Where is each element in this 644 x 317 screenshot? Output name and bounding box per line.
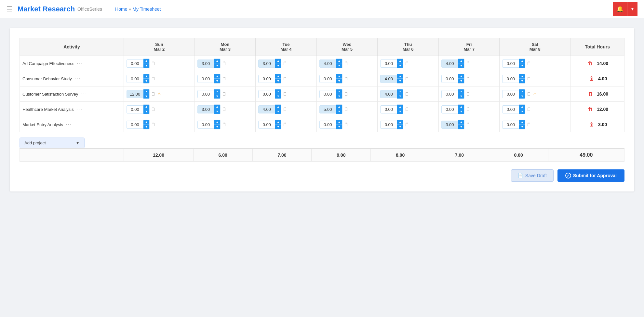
spinner-down-button[interactable]: ▼: [275, 109, 281, 114]
spinner-down-button[interactable]: ▼: [458, 94, 464, 99]
spinner-up-button[interactable]: ▲: [519, 59, 525, 63]
spinner-up-button[interactable]: ▲: [143, 105, 149, 109]
time-input[interactable]: [502, 90, 519, 98]
delete-row-button[interactable]: 🗑: [588, 76, 596, 82]
spinner-up-button[interactable]: ▲: [458, 105, 464, 109]
time-input[interactable]: [197, 105, 214, 113]
note-button[interactable]: 🗒: [344, 76, 348, 81]
note-button[interactable]: 🗒: [466, 91, 470, 97]
spinner-down-button[interactable]: ▼: [519, 125, 525, 129]
spinner-up-button[interactable]: ▲: [336, 89, 342, 94]
spinner-down-button[interactable]: ▼: [214, 109, 220, 114]
note-button[interactable]: 🗒: [151, 61, 155, 66]
notification-button[interactable]: 🔔: [613, 2, 627, 16]
add-project-button[interactable]: Add project ▼: [20, 138, 85, 148]
time-input[interactable]: [441, 105, 458, 113]
spinner-down-button[interactable]: ▼: [214, 94, 220, 99]
spinner-up-button[interactable]: ▲: [143, 74, 149, 79]
note-button[interactable]: 🗒: [527, 76, 531, 81]
note-button[interactable]: 🗒: [222, 107, 226, 112]
spinner-down-button[interactable]: ▼: [143, 94, 149, 99]
spinner-down-button[interactable]: ▼: [143, 63, 149, 68]
spinner-down-button[interactable]: ▼: [397, 125, 403, 129]
spinner-up-button[interactable]: ▲: [275, 89, 281, 94]
time-input[interactable]: [319, 105, 336, 113]
spinner-up-button[interactable]: ▲: [519, 120, 525, 125]
spinner-down-button[interactable]: ▼: [214, 125, 220, 129]
note-button[interactable]: 🗒: [466, 61, 470, 66]
time-input[interactable]: [441, 75, 458, 83]
note-button[interactable]: 🗒: [222, 61, 226, 66]
spinner-up-button[interactable]: ▲: [214, 105, 220, 109]
menu-icon[interactable]: ☰: [7, 5, 12, 13]
spinner-down-button[interactable]: ▼: [214, 63, 220, 68]
spinner-up-button[interactable]: ▲: [275, 120, 281, 125]
spinner-up-button[interactable]: ▲: [336, 74, 342, 79]
spinner-up-button[interactable]: ▲: [458, 59, 464, 63]
spinner-up-button[interactable]: ▲: [336, 105, 342, 109]
spinner-up-button[interactable]: ▲: [143, 89, 149, 94]
delete-row-button[interactable]: 🗑: [586, 91, 594, 97]
note-button[interactable]: 🗒: [151, 107, 155, 112]
note-button[interactable]: 🗒: [283, 122, 287, 127]
time-input[interactable]: [441, 121, 458, 129]
note-button[interactable]: 🗒: [283, 107, 287, 112]
time-input[interactable]: [197, 75, 214, 83]
spinner-down-button[interactable]: ▼: [143, 125, 149, 129]
spinner-down-button[interactable]: ▼: [336, 79, 342, 83]
spinner-down-button[interactable]: ▼: [519, 79, 525, 83]
note-button[interactable]: 🗒: [527, 122, 531, 127]
time-input[interactable]: [258, 121, 275, 129]
note-button[interactable]: 🗒: [405, 91, 409, 97]
spinner-up-button[interactable]: ▲: [143, 120, 149, 125]
time-input[interactable]: [127, 90, 143, 98]
time-input[interactable]: [441, 90, 458, 98]
time-input[interactable]: [380, 105, 397, 113]
spinner-up-button[interactable]: ▲: [458, 89, 464, 94]
spinner-up-button[interactable]: ▲: [143, 59, 149, 63]
note-button[interactable]: 🗒: [466, 107, 470, 112]
note-button[interactable]: 🗒: [283, 76, 287, 81]
spinner-up-button[interactable]: ▲: [519, 105, 525, 109]
delete-row-button[interactable]: 🗑: [586, 60, 594, 66]
spinner-up-button[interactable]: ▲: [214, 74, 220, 79]
spinner-down-button[interactable]: ▼: [397, 109, 403, 114]
note-button[interactable]: 🗒: [222, 76, 226, 81]
spinner-up-button[interactable]: ▲: [214, 120, 220, 125]
note-button[interactable]: 🗒: [344, 91, 348, 97]
spinner-up-button[interactable]: ▲: [397, 89, 403, 94]
time-input[interactable]: [380, 75, 397, 83]
spinner-down-button[interactable]: ▼: [214, 79, 220, 83]
spinner-up-button[interactable]: ▲: [519, 74, 525, 79]
time-input[interactable]: [258, 59, 275, 68]
time-input[interactable]: [127, 75, 143, 83]
spinner-up-button[interactable]: ▲: [397, 105, 403, 109]
save-draft-button[interactable]: 📄 Save Draft: [511, 169, 554, 182]
time-input[interactable]: [502, 121, 519, 129]
note-button[interactable]: 🗒: [527, 91, 531, 97]
time-input[interactable]: [502, 105, 519, 113]
spinner-up-button[interactable]: ▲: [458, 74, 464, 79]
row-menu-button[interactable]: ···: [77, 60, 83, 66]
note-button[interactable]: 🗒: [405, 107, 409, 112]
spinner-down-button[interactable]: ▼: [275, 79, 281, 83]
note-button[interactable]: 🗒: [466, 76, 470, 81]
spinner-down-button[interactable]: ▼: [336, 63, 342, 68]
spinner-down-button[interactable]: ▼: [275, 125, 281, 129]
note-button[interactable]: 🗒: [151, 122, 155, 127]
spinner-up-button[interactable]: ▲: [519, 89, 525, 94]
note-button[interactable]: 🗒: [222, 91, 226, 97]
row-menu-button[interactable]: ···: [74, 76, 81, 82]
spinner-up-button[interactable]: ▲: [336, 120, 342, 125]
time-input[interactable]: [502, 75, 519, 83]
note-button[interactable]: 🗒: [405, 61, 409, 66]
spinner-up-button[interactable]: ▲: [458, 120, 464, 125]
note-button[interactable]: 🗒: [527, 107, 531, 112]
spinner-down-button[interactable]: ▼: [519, 63, 525, 68]
spinner-up-button[interactable]: ▲: [336, 59, 342, 63]
spinner-down-button[interactable]: ▼: [458, 79, 464, 83]
submit-approval-button[interactable]: ✓ Submit for Approval: [557, 169, 624, 182]
note-button[interactable]: 🗒: [344, 107, 348, 112]
spinner-down-button[interactable]: ▼: [275, 63, 281, 68]
note-button[interactable]: 🗒: [405, 122, 409, 127]
